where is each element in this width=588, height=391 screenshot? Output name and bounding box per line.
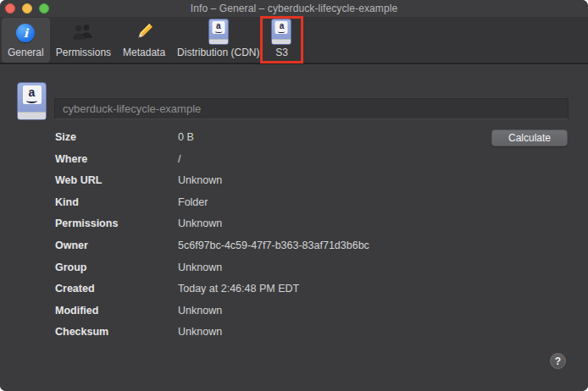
- minimize-button[interactable]: [22, 3, 32, 14]
- property-row: Web URL Unknown: [55, 174, 495, 196]
- property-label: Kind: [55, 196, 178, 208]
- amazon-drive-icon: a: [208, 19, 229, 45]
- window-title: Info – General – cyberduck-lifecycle-exa…: [191, 3, 398, 14]
- bucket-drive-icon: a: [17, 82, 47, 120]
- tab-metadata-label: Metadata: [123, 47, 165, 58]
- bucket-name-input[interactable]: [54, 98, 569, 119]
- property-label: Web URL: [55, 174, 178, 186]
- info-icon: i: [16, 24, 35, 42]
- property-row: Modified Unknown: [55, 305, 495, 327]
- title-bar: Info – General – cyberduck-lifecycle-exa…: [0, 0, 588, 17]
- property-value: Unknown: [178, 326, 495, 338]
- property-row: Permissions Unknown: [55, 218, 495, 240]
- close-button[interactable]: [5, 3, 15, 14]
- tab-permissions[interactable]: Permissions: [50, 17, 117, 63]
- property-label: Permissions: [55, 218, 178, 229]
- property-row: Size 0 B: [55, 131, 495, 153]
- property-label: Modified: [55, 305, 178, 317]
- zoom-button[interactable]: [39, 3, 49, 14]
- property-row: Created Today at 2:46:48 PM EDT: [55, 283, 495, 305]
- help-button[interactable]: ?: [550, 353, 566, 369]
- calculate-button[interactable]: Calculate: [491, 129, 568, 146]
- tab-distribution-cdn[interactable]: a Distribution (CDN): [171, 17, 265, 63]
- info-window: Info – General – cyberduck-lifecycle-exa…: [0, 0, 588, 391]
- property-value: Unknown: [178, 218, 495, 229]
- property-row: Checksum Unknown: [55, 326, 495, 348]
- property-value: 5c6f97bc-4c59-47f7-b363-83af71d3b6bc: [178, 240, 495, 251]
- tab-s3-label: S3: [275, 47, 288, 58]
- property-value: Unknown: [178, 305, 495, 317]
- pencil-icon: [132, 20, 156, 44]
- property-value: Unknown: [178, 262, 495, 273]
- property-label: Checksum: [55, 326, 178, 338]
- property-value: Today at 2:46:48 PM EDT: [178, 283, 495, 295]
- tab-permissions-label: Permissions: [56, 47, 111, 58]
- property-row: Owner 5c6f97bc-4c59-47f7-b363-83af71d3b6…: [55, 240, 495, 262]
- property-value: 0 B: [178, 131, 495, 143]
- tab-s3[interactable]: a S3: [265, 17, 297, 63]
- traffic-lights: [5, 3, 49, 14]
- property-label: Owner: [55, 240, 178, 251]
- toolbar: i General Permissions: [0, 17, 588, 64]
- property-value: /: [178, 153, 495, 165]
- property-value: Folder: [178, 196, 495, 208]
- property-label: Where: [55, 153, 178, 165]
- property-row: Kind Folder: [55, 196, 495, 218]
- tab-distribution-label: Distribution (CDN): [177, 47, 259, 58]
- property-row: Where /: [55, 153, 495, 175]
- properties-list: Size 0 B Where / Web URL Unknown Kind Fo…: [55, 131, 495, 348]
- people-icon: [70, 23, 96, 41]
- tab-metadata[interactable]: Metadata: [117, 17, 171, 63]
- amazon-drive-icon: a: [271, 19, 291, 45]
- tab-general-label: General: [8, 47, 44, 58]
- general-panel: a Size 0 B Where / Web URL Unknown Kind …: [0, 64, 588, 391]
- property-label: Group: [55, 262, 178, 273]
- property-label: Size: [55, 131, 178, 143]
- property-label: Created: [55, 283, 178, 295]
- property-row: Group Unknown: [55, 262, 495, 284]
- property-value: Unknown: [178, 174, 495, 186]
- tab-general[interactable]: i General: [2, 18, 50, 63]
